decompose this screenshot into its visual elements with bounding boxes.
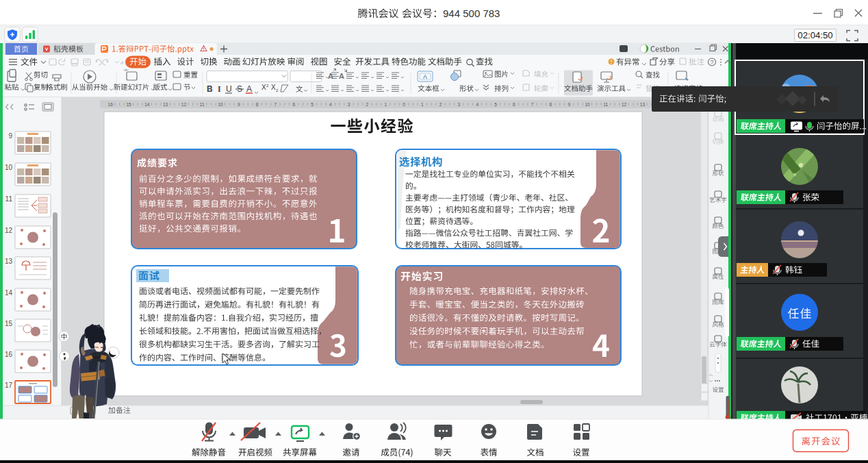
svg-text:U: U	[226, 84, 232, 94]
svg-text:5: 5	[494, 102, 497, 107]
svg-text:5: 5	[311, 102, 314, 107]
svg-text:11: 11	[200, 102, 205, 107]
svg-text:2: 2	[439, 102, 442, 107]
svg-text:10: 10	[5, 164, 13, 171]
svg-text:B: B	[207, 84, 213, 94]
svg-text:6: 6	[292, 102, 295, 107]
svg-text:9: 9	[8, 132, 12, 140]
svg-text:8: 8	[550, 102, 552, 107]
svg-text:1: 1	[421, 102, 424, 107]
svg-text:I: I	[218, 84, 221, 94]
svg-text:7: 7	[275, 102, 277, 107]
svg-text:15: 15	[126, 102, 131, 107]
svg-text:12: 12	[5, 227, 13, 234]
svg-text:15: 15	[5, 320, 13, 327]
svg-text:12: 12	[622, 102, 627, 107]
svg-text:13: 13	[5, 258, 13, 265]
svg-text:10: 10	[585, 102, 590, 107]
svg-text:02:04:50: 02:04:50	[797, 30, 832, 40]
svg-text:A: A	[339, 72, 344, 80]
svg-text:2: 2	[366, 102, 369, 107]
svg-text:A: A	[328, 72, 333, 80]
svg-text:A: A	[423, 73, 427, 80]
svg-text:9: 9	[567, 102, 570, 107]
svg-text:A: A	[246, 84, 252, 94]
svg-text:13: 13	[163, 102, 168, 107]
svg-text:3: 3	[458, 102, 461, 107]
svg-text:X: X	[261, 84, 266, 91]
svg-text:16: 16	[5, 351, 13, 358]
svg-text:0: 0	[403, 102, 405, 107]
svg-text:12: 12	[181, 102, 187, 107]
svg-text:14: 14	[144, 102, 150, 107]
svg-text:944 500 783: 944 500 783	[443, 8, 500, 19]
svg-text:11: 11	[603, 102, 608, 107]
svg-text:?: ?	[710, 59, 713, 66]
svg-text:4: 4	[329, 102, 332, 107]
svg-text:8: 8	[256, 102, 259, 107]
svg-text:17: 17	[5, 381, 13, 389]
svg-text:16: 16	[108, 102, 114, 107]
svg-text:6: 6	[513, 102, 515, 107]
svg-text:11: 11	[5, 195, 13, 203]
svg-text:13: 13	[640, 102, 646, 107]
svg-text:X: X	[271, 84, 276, 91]
svg-text:4: 4	[476, 102, 478, 107]
svg-text:1: 1	[384, 102, 387, 107]
svg-text:9: 9	[238, 102, 240, 107]
svg-text:14: 14	[5, 289, 13, 297]
svg-text:7: 7	[531, 102, 534, 107]
svg-text:3: 3	[348, 102, 350, 107]
svg-text:10: 10	[218, 102, 223, 107]
